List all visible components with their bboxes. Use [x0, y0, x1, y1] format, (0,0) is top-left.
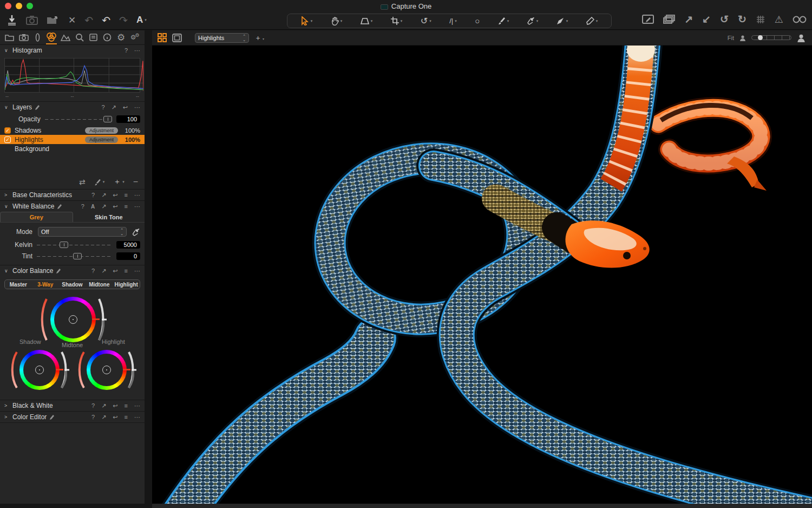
- pan-tool[interactable]: ▾: [331, 17, 343, 25]
- undo-button[interactable]: ↶: [102, 15, 110, 25]
- image-viewer[interactable]: [152, 45, 812, 504]
- kelvin-value[interactable]: 5000: [116, 241, 140, 249]
- tab-settings-gear-icon[interactable]: ⚙: [116, 31, 127, 44]
- expand-icon[interactable]: ↗: [101, 203, 106, 210]
- color-editor-header[interactable]: > Color Editor ? ↗ ↩ ≡ ⋯: [0, 412, 145, 422]
- chevron-right-icon[interactable]: >: [4, 414, 10, 420]
- base-characteristics-header[interactable]: > Base Characteristics ? ↗ ↩ ≡ ⋯: [0, 190, 145, 200]
- menu-icon[interactable]: ≡: [125, 192, 128, 198]
- layers-panel-header[interactable]: ∨ Layers ? ↗ ↩ ⋯: [0, 102, 145, 113]
- help-icon[interactable]: ?: [81, 203, 84, 210]
- layer-checkbox[interactable]: ✓: [4, 127, 11, 134]
- help-icon[interactable]: ?: [125, 47, 128, 54]
- reset-icon[interactable]: ↩: [113, 192, 117, 199]
- expand-icon[interactable]: ↗: [101, 402, 106, 409]
- proof-glasses-icon[interactable]: [793, 16, 807, 23]
- layer-row-shadows[interactable]: ✓ Shadows Adjustment 100%: [0, 126, 145, 135]
- layer-row-background[interactable]: Background: [0, 144, 145, 153]
- chevron-right-icon[interactable]: >: [4, 192, 10, 198]
- menu-icon[interactable]: ≡: [125, 402, 128, 409]
- tab-color-selected[interactable]: [46, 31, 57, 44]
- shadow-color-wheel[interactable]: [19, 350, 60, 390]
- rotate-right-button[interactable]: ↻: [738, 14, 746, 24]
- tab-highlight[interactable]: Highlight: [113, 280, 140, 289]
- tab-exposure-icon[interactable]: [60, 31, 71, 44]
- add-layer-button[interactable]: ＋▾: [113, 177, 125, 187]
- import-button[interactable]: [6, 14, 17, 26]
- expand-icon[interactable]: ↗: [101, 268, 106, 275]
- more-icon[interactable]: ⋯: [134, 192, 140, 199]
- layer-options-icon[interactable]: ⇄: [79, 178, 86, 186]
- viewer-mode-icon[interactable]: [172, 34, 182, 42]
- expand-icon[interactable]: ↗: [101, 414, 106, 421]
- chevron-down-icon[interactable]: ∨: [4, 48, 10, 53]
- menu-icon[interactable]: ≡: [125, 268, 128, 274]
- brush-tool[interactable]: ▾: [498, 17, 509, 25]
- crop-grid-icon[interactable]: [756, 15, 765, 24]
- chevron-down-icon[interactable]: ∨: [4, 204, 10, 209]
- tab-3way[interactable]: 3-Way: [32, 280, 59, 289]
- tab-library-folder-icon[interactable]: [4, 31, 15, 44]
- edit-mask-icon[interactable]: [35, 105, 40, 110]
- zoom-slider[interactable]: [751, 35, 791, 40]
- more-icon[interactable]: ⋯: [134, 414, 140, 421]
- eyedropper-tool[interactable]: ▾: [527, 17, 539, 25]
- tab-lens-icon[interactable]: [32, 31, 43, 44]
- redo-button[interactable]: ↷: [119, 15, 128, 25]
- expand-icon[interactable]: ↗: [112, 104, 116, 111]
- viewer-layer-select[interactable]: Highlights ⌃⌄: [195, 33, 249, 43]
- help-icon[interactable]: ?: [91, 268, 95, 274]
- annotations-tool-button[interactable]: A▾: [136, 15, 147, 25]
- menu-icon[interactable]: ≡: [125, 203, 128, 210]
- expand-icon[interactable]: ↗: [101, 192, 106, 199]
- export-button[interactable]: [47, 15, 60, 25]
- remove-layer-button[interactable]: −: [133, 178, 138, 186]
- black-white-header[interactable]: > Black & White ? ↗ ↩ ≡ ⋯: [0, 400, 145, 411]
- menu-icon[interactable]: ≡: [125, 414, 128, 420]
- undo-dim-icon[interactable]: ↶: [84, 15, 93, 25]
- reset-icon[interactable]: ↩: [113, 268, 117, 275]
- midtone-color-wheel[interactable]: [50, 297, 96, 342]
- chevron-down-icon[interactable]: ∨: [4, 105, 10, 110]
- keystone-tool[interactable]: ▾: [361, 17, 373, 25]
- tab-shadow[interactable]: Shadow: [59, 280, 86, 289]
- tab-capture-camera-icon[interactable]: [18, 31, 29, 44]
- highlight-color-wheel[interactable]: [87, 350, 127, 390]
- edit-mask-icon[interactable]: [56, 268, 61, 274]
- tab-skin-tone[interactable]: Skin Tone: [73, 212, 145, 222]
- histogram-panel-header[interactable]: ∨ Histogram ? ⋯: [0, 45, 145, 56]
- help-icon[interactable]: ?: [101, 104, 104, 110]
- color-balance-header[interactable]: ∨ Color Balance ? ↗ ↩ ≡ ⋯: [0, 265, 145, 276]
- copy-adjustments-icon[interactable]: ↗: [684, 14, 693, 24]
- straighten-tool[interactable]: /|▾: [449, 17, 457, 25]
- opacity-slider[interactable]: [45, 115, 112, 123]
- more-icon[interactable]: ⋯: [134, 203, 140, 210]
- white-balance-header[interactable]: ∨ White Balance ? A ↗ ↩ ≡ ⋯: [0, 201, 145, 212]
- more-icon[interactable]: ⋯: [134, 268, 140, 275]
- chevron-right-icon[interactable]: >: [4, 403, 10, 408]
- help-icon[interactable]: ?: [91, 192, 95, 198]
- edit-photo-icon[interactable]: [642, 15, 654, 24]
- more-icon[interactable]: ⋯: [134, 402, 140, 409]
- layer-checkbox[interactable]: ✓: [4, 136, 11, 143]
- add-layer-viewer-button[interactable]: ＋▾: [254, 33, 264, 43]
- wb-mode-select[interactable]: Off ⌃⌄: [38, 227, 127, 237]
- reset-icon[interactable]: ↩: [113, 402, 117, 409]
- layer-row-highlights-selected[interactable]: ✓ Highlights Adjustment 100%: [0, 135, 145, 144]
- more-icon[interactable]: ⋯: [134, 47, 140, 54]
- delete-button[interactable]: ✕: [68, 16, 76, 25]
- tint-slider[interactable]: [37, 252, 112, 260]
- edit-mask-icon[interactable]: [49, 414, 55, 420]
- select-tool[interactable]: ▾: [301, 16, 313, 25]
- erase-mask-tool[interactable]: ▾: [586, 17, 598, 25]
- tab-metadata-icon[interactable]: [88, 31, 99, 44]
- copies-stack-icon[interactable]: [663, 15, 675, 24]
- tab-grey[interactable]: Grey: [0, 212, 73, 222]
- help-icon[interactable]: ?: [91, 402, 95, 409]
- rotate-left-button[interactable]: ↺: [720, 14, 729, 24]
- apply-adjustments-icon[interactable]: ↙: [702, 14, 711, 24]
- capture-button[interactable]: [26, 15, 38, 25]
- draw-mask-brush-icon[interactable]: ▾: [94, 179, 105, 186]
- crop-tool[interactable]: ▾: [391, 17, 403, 25]
- fill-mask-tool[interactable]: ▾: [556, 17, 568, 25]
